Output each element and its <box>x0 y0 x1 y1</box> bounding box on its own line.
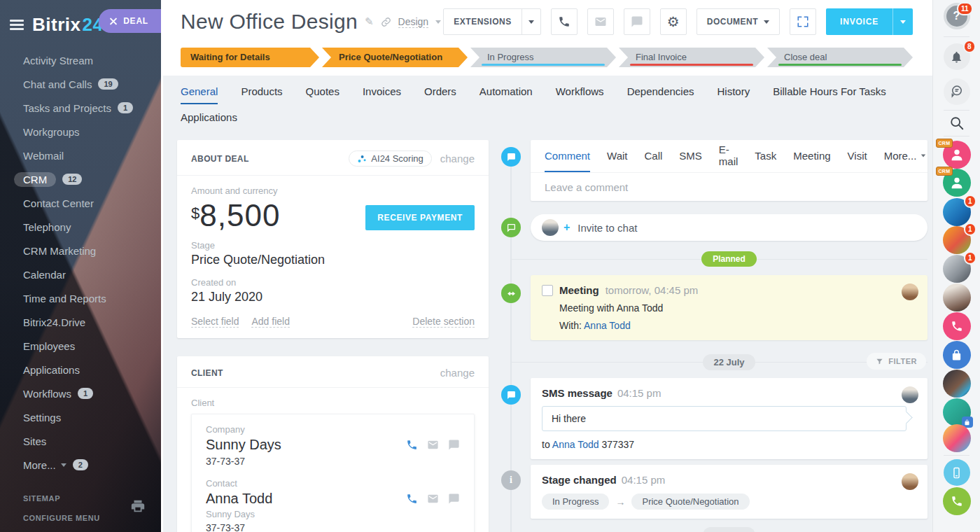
envelope-icon[interactable] <box>427 439 439 451</box>
client-change-link[interactable]: change <box>440 367 475 379</box>
phone-icon[interactable] <box>406 493 418 505</box>
call-button[interactable] <box>551 8 578 35</box>
deal-category-dropdown[interactable]: Design <box>398 16 429 28</box>
chat-avatar-1[interactable]: 1 <box>943 198 971 226</box>
meeting-event-card[interactable]: Meeting tomorrow, 04:45 pm Meeting with … <box>531 275 927 340</box>
tab-billable-hours[interactable]: Billable Hours For Tasks <box>773 85 886 104</box>
sidebar-item-tasks-and-projects[interactable]: Tasks and Projects1 <box>0 96 161 120</box>
company-name-link[interactable]: Sunny Days <box>206 437 281 453</box>
receive-payment-button[interactable]: RECEIVE PAYMENT <box>365 205 475 230</box>
crm-contact-chat-1[interactable]: CRM <box>943 141 971 169</box>
tab-call[interactable]: Call <box>644 140 662 172</box>
tab-more[interactable]: More... <box>884 140 927 172</box>
tab-orders[interactable]: Orders <box>424 85 456 104</box>
private-channel-avatar[interactable] <box>943 398 971 426</box>
extensions-button[interactable]: EXTENSIONS <box>443 8 540 35</box>
chat-button[interactable] <box>624 8 650 35</box>
tab-applications[interactable]: Applications <box>181 111 237 129</box>
chat-icon[interactable] <box>448 439 460 451</box>
chat-avatar-2[interactable]: 1 <box>943 226 971 254</box>
sms-event-card[interactable]: SMS message 04:15 pm Hi there to Anna To… <box>531 378 927 459</box>
sidebar-item-crm[interactable]: CRM12 <box>0 167 161 191</box>
meeting-subject-link[interactable]: Meeting with Anna Todd <box>559 302 916 314</box>
mobile-app-button[interactable] <box>944 459 970 486</box>
chat-avatar-4[interactable] <box>943 284 971 312</box>
meeting-with-name-link[interactable]: Anna Todd <box>584 320 631 331</box>
sidebar-item-webmail[interactable]: Webmail <box>0 144 161 167</box>
sidebar-item-sites[interactable]: Sites <box>0 429 161 453</box>
filter-button[interactable]: FILTER <box>867 353 926 370</box>
stage-waiting-for-details[interactable]: Waiting for Details <box>181 48 319 67</box>
delete-section-link[interactable]: Delete section <box>412 316 475 328</box>
tab-automation[interactable]: Automation <box>479 85 533 104</box>
call-widget-button[interactable] <box>943 487 971 515</box>
hamburger-menu-icon[interactable] <box>10 18 24 32</box>
phone-icon[interactable] <box>406 439 418 451</box>
tab-workflows[interactable]: Workflows <box>556 85 604 104</box>
fullscreen-button[interactable] <box>790 8 816 35</box>
sidebar-item-contact-center[interactable]: Contact Center <box>0 191 161 215</box>
select-field-link[interactable]: Select field <box>191 316 239 328</box>
tab-history[interactable]: History <box>718 85 750 104</box>
invoice-dropdown[interactable] <box>893 8 913 35</box>
invoice-button[interactable]: INVOICE <box>826 8 913 35</box>
printer-icon[interactable] <box>130 498 146 514</box>
email-button[interactable] <box>587 8 614 35</box>
deal-tab-pill[interactable]: DEAL <box>99 9 161 33</box>
tab-comment[interactable]: Comment <box>545 140 590 172</box>
sidebar-item-applications[interactable]: Applications <box>0 358 161 382</box>
envelope-icon[interactable] <box>427 493 439 505</box>
secure-chat-shortcut[interactable] <box>943 341 971 369</box>
stage-in-progress[interactable]: In Progress <box>470 48 616 67</box>
edit-pencil-icon[interactable]: ✎ <box>365 15 374 28</box>
sidebar-item-calendar[interactable]: Calendar <box>0 262 161 286</box>
configure-menu-link[interactable]: CONFIGURE MENU <box>23 514 151 522</box>
search-button[interactable] <box>949 115 965 134</box>
deal-amount[interactable]: $ 8,500 <box>191 198 280 233</box>
link-icon[interactable] <box>381 17 391 27</box>
sidebar-item-workgroups[interactable]: Workgroups <box>0 120 161 144</box>
bitrix24-logo[interactable]: Bitrix24 <box>32 14 103 36</box>
tab-products[interactable]: Products <box>241 85 282 104</box>
chat-avatar-5[interactable] <box>943 370 971 398</box>
tab-wait[interactable]: Wait <box>607 140 627 172</box>
sms-recipient-link[interactable]: Anna Todd <box>552 439 599 450</box>
sidebar-item-activity-stream[interactable]: Activity Stream <box>0 48 161 72</box>
tab-sms[interactable]: SMS <box>679 140 702 172</box>
sidebar-item-workflows[interactable]: Workflows1 <box>0 382 161 405</box>
celebration-avatar[interactable] <box>943 424 971 452</box>
chat-icon[interactable] <box>448 493 460 505</box>
comment-input[interactable] <box>545 173 913 201</box>
tab-general[interactable]: General <box>181 85 218 104</box>
ai-scoring-button[interactable]: AI24 Scoring <box>349 150 431 167</box>
sidebar-item-time-and-reports[interactable]: Time and Reports <box>0 286 161 310</box>
tab-quotes[interactable]: Quotes <box>306 85 340 104</box>
created-on-value[interactable]: 21 July 2020 <box>191 290 475 304</box>
add-field-link[interactable]: Add field <box>251 316 289 328</box>
chat-avatar-3[interactable]: 1 <box>943 255 971 283</box>
document-button[interactable]: DOCUMENT <box>696 8 780 35</box>
stage-final-invoice[interactable]: Final Invoice <box>619 48 764 67</box>
stage-price-quote-negotiation[interactable]: Price Quote/Negotiation <box>322 48 468 67</box>
sidebar-item-employees[interactable]: Employees <box>0 334 161 358</box>
telephony-shortcut[interactable] <box>943 312 971 340</box>
help-button[interactable]: ? 11 <box>944 3 970 29</box>
company-phone[interactable]: 37-73-37 <box>206 456 460 467</box>
close-icon[interactable] <box>109 18 117 25</box>
about-change-link[interactable]: change <box>440 153 475 164</box>
extensions-dropdown[interactable] <box>522 9 540 34</box>
tab-meeting[interactable]: Meeting <box>793 140 830 172</box>
sidebar-item-bitrix24-drive[interactable]: Bitrix24.Drive <box>0 310 161 334</box>
feedback-button[interactable] <box>944 78 970 105</box>
notifications-button[interactable]: 8 <box>944 43 970 70</box>
sidebar-item-settings[interactable]: Settings <box>0 405 161 429</box>
sidebar-item-chat-and-calls[interactable]: Chat and Calls19 <box>0 72 161 96</box>
tab-dependencies[interactable]: Dependencies <box>627 85 694 104</box>
sidebar-item-telephony[interactable]: Telephony <box>0 215 161 239</box>
tab-invoices[interactable]: Invoices <box>363 85 401 104</box>
tab-task[interactable]: Task <box>755 140 776 172</box>
contact-phone[interactable]: 37-73-37 <box>206 522 460 532</box>
meeting-checkbox[interactable] <box>542 285 553 296</box>
invite-to-chat-row[interactable]: + Invite to chat <box>531 214 927 241</box>
tab-visit[interactable]: Visit <box>848 140 867 172</box>
